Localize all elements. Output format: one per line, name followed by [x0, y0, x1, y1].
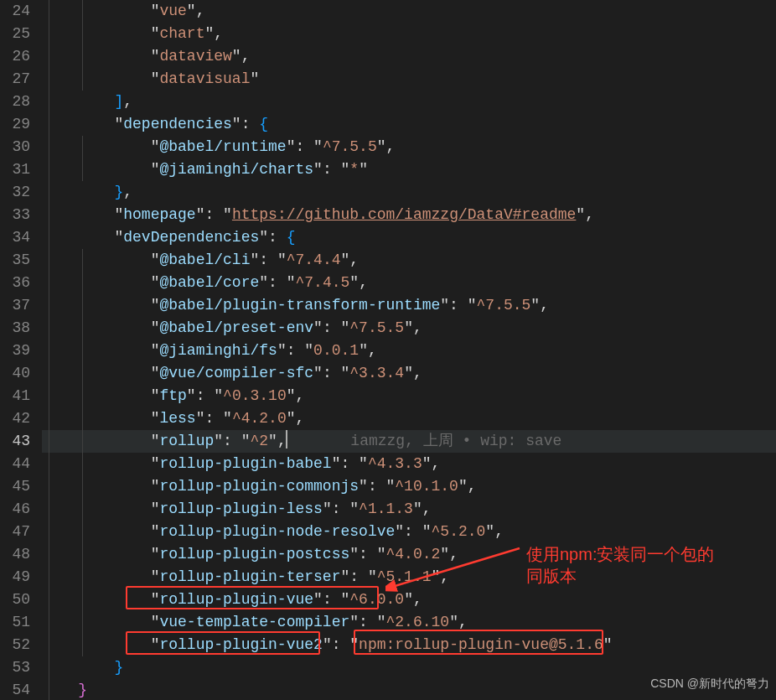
annotation-line-1: 使用npm:安装同一个包的: [526, 543, 714, 565]
code-line[interactable]: "datavisual": [42, 68, 776, 91]
line-number: 26: [0, 45, 30, 68]
code-line[interactable]: "rollup-plugin-node-resolve": "^5.2.0",: [42, 521, 776, 543]
line-number: 28: [0, 91, 30, 113]
code-line[interactable]: "devDependencies": {: [42, 226, 776, 249]
code-line[interactable]: "@babel/plugin-transform-runtime": "^7.5…: [42, 294, 776, 317]
line-number: 42: [0, 407, 30, 430]
code-line[interactable]: "@babel/runtime": "^7.5.5",: [42, 136, 776, 158]
code-line[interactable]: "homepage": "https://github.com/iamzzg/D…: [42, 204, 776, 226]
line-number: 49: [0, 566, 30, 589]
code-line[interactable]: "@babel/cli": "^7.4.4",: [42, 249, 776, 272]
line-number: 39: [0, 340, 30, 362]
line-number: 31: [0, 158, 30, 181]
code-line[interactable]: "@vue/compiler-sfc": "^3.3.4",: [42, 362, 776, 385]
code-line[interactable]: "chart",: [42, 23, 776, 45]
line-number: 45: [0, 475, 30, 498]
git-blame-annotation: iamzzg, 上周 • wip: save: [350, 433, 561, 449]
line-number: 32: [0, 181, 30, 204]
code-line[interactable]: "ftp": "^0.3.10",: [42, 385, 776, 407]
line-number-gutter: 2425262728293031323334353637383940414243…: [0, 0, 39, 700]
code-line[interactable]: "rollup-plugin-less": "^1.1.3",: [42, 498, 776, 521]
code-line[interactable]: "vue-template-compiler": "^2.6.10",: [42, 611, 776, 634]
line-number: 37: [0, 294, 30, 317]
line-number: 36: [0, 272, 30, 294]
code-line[interactable]: "@jiaminghi/fs": "0.0.1",: [42, 340, 776, 362]
line-number: 25: [0, 23, 30, 45]
code-editor[interactable]: "vue", "chart", "dataview", "datavisual"…: [39, 0, 776, 700]
line-number: 38: [0, 317, 30, 340]
code-line[interactable]: "rollup": "^2", iamzzg, 上周 • wip: save: [42, 430, 776, 453]
text-cursor: [286, 430, 287, 449]
annotation-line-2: 同版本: [526, 565, 714, 587]
code-line[interactable]: },: [42, 181, 776, 204]
line-number: 43: [0, 430, 30, 453]
line-number: 34: [0, 226, 30, 249]
code-line[interactable]: "@jiaminghi/charts": "*": [42, 158, 776, 181]
line-number: 33: [0, 204, 30, 226]
line-number: 24: [0, 0, 30, 23]
code-line[interactable]: "rollup-plugin-commonjs": "^10.1.0",: [42, 475, 776, 498]
code-line[interactable]: "rollup-plugin-babel": "^4.3.3",: [42, 453, 776, 475]
csdn-watermark: CSDN @新时代的弩力: [650, 672, 769, 695]
line-number: 41: [0, 385, 30, 407]
line-number: 40: [0, 362, 30, 385]
code-line[interactable]: "@babel/preset-env": "^7.5.5",: [42, 317, 776, 340]
line-number: 47: [0, 521, 30, 543]
code-line[interactable]: "vue",: [42, 0, 776, 23]
line-number: 54: [0, 679, 30, 700]
line-number: 52: [0, 634, 30, 656]
code-line[interactable]: "dependencies": {: [42, 113, 776, 136]
code-line[interactable]: ],: [42, 91, 776, 113]
code-line[interactable]: "dataview",: [42, 45, 776, 68]
line-number: 44: [0, 453, 30, 475]
line-number: 51: [0, 611, 30, 634]
line-number: 50: [0, 589, 30, 611]
annotation-text: 使用npm:安装同一个包的 同版本: [526, 543, 714, 587]
line-number: 35: [0, 249, 30, 272]
line-number: 29: [0, 113, 30, 136]
code-line[interactable]: "rollup-plugin-vue2": "npm:rollup-plugin…: [42, 634, 776, 656]
code-line[interactable]: "@babel/core": "^7.4.5",: [42, 272, 776, 294]
line-number: 27: [0, 68, 30, 91]
code-line[interactable]: "rollup-plugin-vue": "^6.0.0",: [42, 589, 776, 611]
line-number: 48: [0, 543, 30, 566]
line-number: 30: [0, 136, 30, 158]
line-number: 53: [0, 656, 30, 679]
line-number: 46: [0, 498, 30, 521]
code-line[interactable]: "less": "^4.2.0",: [42, 407, 776, 430]
